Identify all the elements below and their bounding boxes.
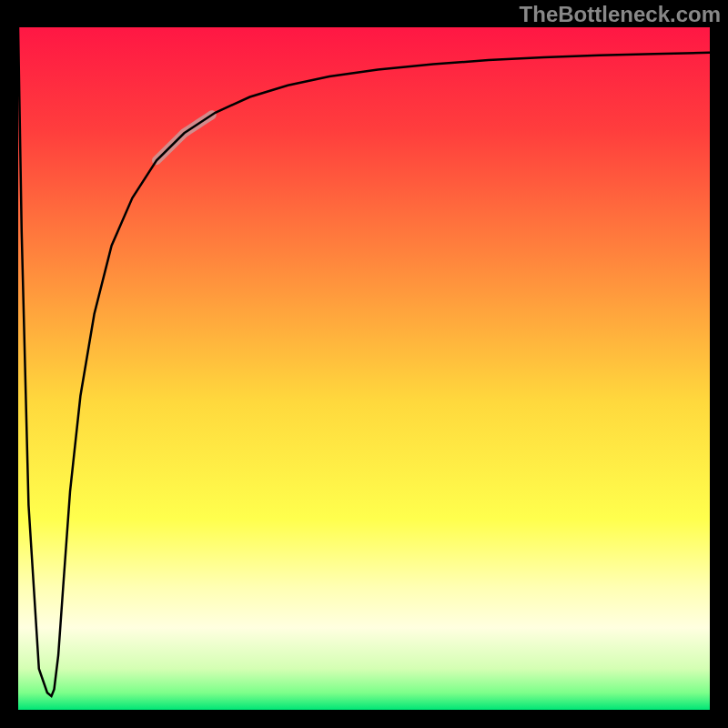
watermark-text: TheBottleneck.com [520, 2, 721, 27]
chart-svg [0, 0, 728, 728]
bottleneck-chart: TheBottleneck.com [0, 0, 728, 728]
plot-background [18, 27, 710, 710]
